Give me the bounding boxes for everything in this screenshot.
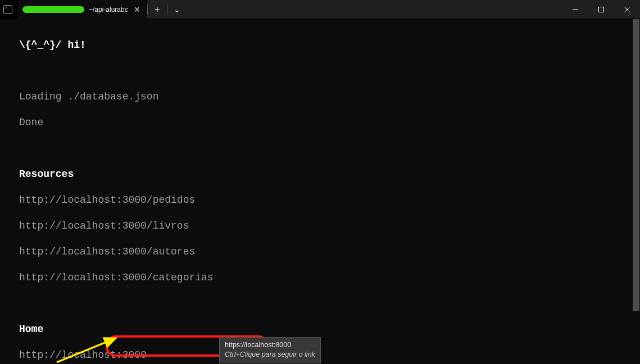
done-line: Done xyxy=(4,116,640,129)
home-url: http://localhost:3000 xyxy=(4,349,640,362)
tab-title: ~/api-alurabc xyxy=(89,6,128,13)
window-close-button[interactable] xyxy=(614,0,640,19)
terminal-app-icon xyxy=(3,5,12,14)
resource-url: http://localhost:3000/pedidos xyxy=(4,194,640,207)
resources-heading: Resources xyxy=(19,169,74,180)
scrollbar-thumb[interactable] xyxy=(633,19,639,311)
json-server-hi: \{^_^}/ hi! xyxy=(19,39,86,51)
tab-dropdown-button[interactable]: ⌄ xyxy=(167,0,187,19)
home-heading: Home xyxy=(19,324,43,335)
window-titlebar: ~/api-alurabc ✕ + ⌄ xyxy=(0,0,640,19)
loading-line: Loading ./database.json xyxy=(4,90,640,103)
tab-close-button[interactable]: ✕ xyxy=(133,4,142,15)
terminal-output[interactable]: \{^_^}/ hi! Loading ./database.json Done… xyxy=(0,19,640,364)
resource-url: http://localhost:3000/livros xyxy=(4,220,640,233)
svg-rect-1 xyxy=(599,7,604,12)
tab-active[interactable]: ~/api-alurabc ✕ xyxy=(18,0,147,19)
redacted-scribble xyxy=(22,6,84,13)
window-controls xyxy=(562,0,640,19)
resource-url: http://localhost:3000/categorias xyxy=(4,271,640,284)
resource-url: http://localhost:3000/autores xyxy=(4,245,640,258)
new-tab-button[interactable]: + xyxy=(148,0,167,19)
window-minimize-button[interactable] xyxy=(562,0,588,19)
window-maximize-button[interactable] xyxy=(588,0,614,19)
